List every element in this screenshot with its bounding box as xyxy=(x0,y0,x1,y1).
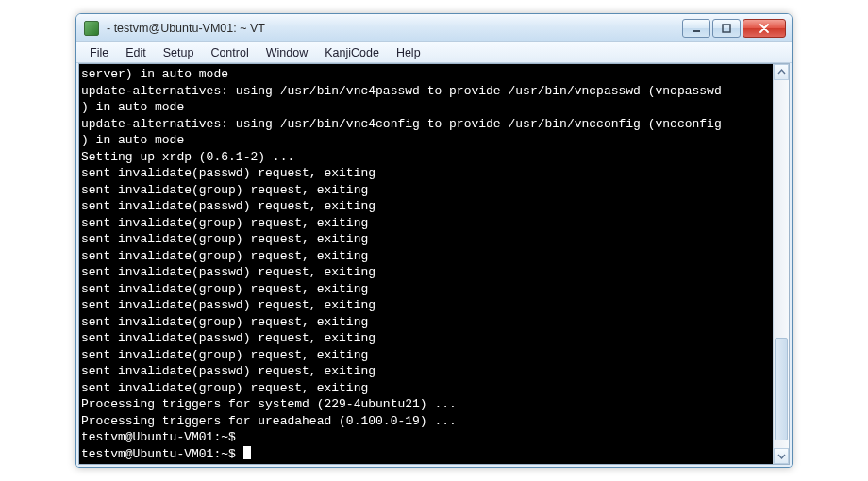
svg-rect-1 xyxy=(723,25,730,32)
terminal-line: ) in auto mode xyxy=(81,132,771,149)
terminal-prompt: testvm@Ubuntu-VM01:~$ xyxy=(81,447,243,461)
terminal-line: update-alternatives: using /usr/bin/vnc4… xyxy=(81,83,771,100)
close-button[interactable] xyxy=(743,19,786,38)
terminal-line: update-alternatives: using /usr/bin/vnc4… xyxy=(81,116,771,133)
scroll-thumb[interactable] xyxy=(775,338,788,440)
titlebar[interactable]: - testvm@Ubuntu-VM01: ~ VT xyxy=(76,14,792,42)
svg-rect-0 xyxy=(693,30,700,32)
scroll-down-button[interactable] xyxy=(774,448,789,464)
menu-window[interactable]: Window xyxy=(259,44,315,61)
terminal-line: sent invalidate(group) request, exiting xyxy=(81,182,771,199)
terminal[interactable]: server) in auto modeupdate-alternatives:… xyxy=(79,64,773,464)
menu-file[interactable]: File xyxy=(82,44,116,61)
minimize-button[interactable] xyxy=(682,19,710,38)
content-area: server) in auto modeupdate-alternatives:… xyxy=(76,63,792,467)
menu-kanjicode[interactable]: KanjiCode xyxy=(317,44,387,61)
terminal-line: sent invalidate(passwd) request, exiting xyxy=(81,330,771,347)
window-frame: - testvm@Ubuntu-VM01: ~ VT File Edit Set… xyxy=(75,13,793,468)
terminal-wrap: server) in auto modeupdate-alternatives:… xyxy=(78,63,790,465)
terminal-line: sent invalidate(passwd) request, exiting xyxy=(81,297,771,314)
terminal-line: server) in auto mode xyxy=(81,66,771,83)
terminal-cursor xyxy=(243,446,251,459)
scroll-track[interactable] xyxy=(774,80,789,448)
terminal-line: Processing triggers for ureadahead (0.10… xyxy=(81,413,771,430)
terminal-line: ) in auto mode xyxy=(81,99,771,116)
terminal-line: sent invalidate(group) request, exiting xyxy=(81,231,771,248)
terminal-line: sent invalidate(passwd) request, exiting xyxy=(81,363,771,380)
terminal-line: sent invalidate(group) request, exiting xyxy=(81,314,771,331)
terminal-line: sent invalidate(passwd) request, exiting xyxy=(81,198,771,215)
terminal-line: Processing triggers for systemd (229-4ub… xyxy=(81,396,771,413)
terminal-line: sent invalidate(group) request, exiting xyxy=(81,347,771,364)
menu-help[interactable]: Help xyxy=(389,44,428,61)
terminal-line: sent invalidate(passwd) request, exiting xyxy=(81,165,771,182)
menu-edit[interactable]: Edit xyxy=(118,44,154,61)
menubar: File Edit Setup Control Window KanjiCode… xyxy=(76,42,792,63)
scroll-up-button[interactable] xyxy=(774,64,789,80)
chevron-up-icon xyxy=(777,68,786,76)
window-controls xyxy=(682,19,786,38)
maximize-button[interactable] xyxy=(712,19,741,38)
terminal-line: Setting up xrdp (0.6.1-2) ... xyxy=(81,149,771,166)
terminal-line: sent invalidate(group) request, exiting xyxy=(81,281,771,298)
app-icon xyxy=(84,21,99,36)
terminal-line: sent invalidate(group) request, exiting xyxy=(81,248,771,265)
menu-setup[interactable]: Setup xyxy=(156,44,202,61)
terminal-prompt-line[interactable]: testvm@Ubuntu-VM01:~$ xyxy=(81,446,771,463)
terminal-line: testvm@Ubuntu-VM01:~$ xyxy=(81,429,771,446)
chevron-down-icon xyxy=(777,452,786,460)
terminal-line: sent invalidate(passwd) request, exiting xyxy=(81,264,771,281)
scrollbar[interactable] xyxy=(773,64,789,464)
terminal-line: sent invalidate(group) request, exiting xyxy=(81,380,771,397)
window-title: - testvm@Ubuntu-VM01: ~ VT xyxy=(107,22,682,35)
terminal-line: sent invalidate(group) request, exiting xyxy=(81,215,771,232)
menu-control[interactable]: Control xyxy=(203,44,256,61)
